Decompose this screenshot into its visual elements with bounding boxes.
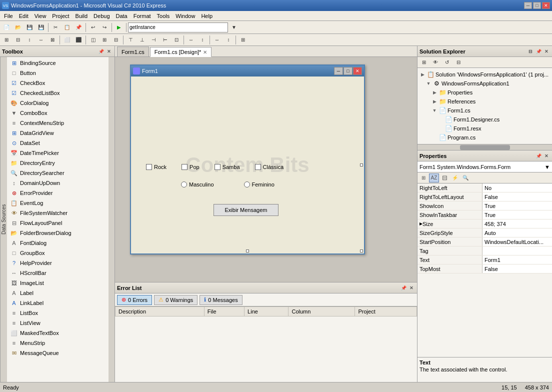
solution-scrollbar[interactable] xyxy=(418,144,552,150)
checkbox-classica[interactable]: Clássica xyxy=(255,164,284,170)
toolbox-item-linklabel[interactable]: ALinkLabel xyxy=(8,298,108,308)
toolbar2-btn3[interactable]: ↕ xyxy=(24,35,35,45)
checkbox-rock[interactable]: Rock xyxy=(146,164,166,170)
col-project[interactable]: Project xyxy=(355,307,417,316)
solution-scrollbar-thumb[interactable] xyxy=(460,145,510,150)
prop-row-size[interactable]: ▶ Size458; 374 xyxy=(418,220,552,228)
method-dropdown[interactable] xyxy=(128,22,228,32)
menu-tools[interactable]: Tools xyxy=(154,12,173,20)
prop-row-tag[interactable]: Tag xyxy=(418,246,552,256)
toolbox-item-listview[interactable]: ≡ListView xyxy=(8,318,108,328)
form-body[interactable]: Contem Bits Rock Pop xyxy=(131,76,364,254)
tree-item-4[interactable]: ▼📄Form1.cs xyxy=(420,106,550,115)
toolbar-new[interactable]: 📄 xyxy=(1,22,12,32)
toolbar2-btn5[interactable]: ⊠ xyxy=(47,35,58,45)
toolbox-item-fontdialog[interactable]: AFontDialog xyxy=(8,238,108,248)
toolbar2-btn18[interactable]: ↔ xyxy=(212,35,222,45)
props-search-btn[interactable]: 🔍 xyxy=(460,174,470,182)
menu-project[interactable]: Project xyxy=(49,12,72,20)
tree-item-5[interactable]: 📄Form1.Designer.cs xyxy=(420,115,550,124)
errors-button[interactable]: ⊛ 0 Errors xyxy=(117,295,152,305)
radio-feminino[interactable]: Feminino xyxy=(244,182,274,188)
prop-value-startposition[interactable]: WindowsDefaultLocati... xyxy=(482,238,552,246)
tree-expand-icon[interactable]: ▶ xyxy=(420,72,426,78)
toolbar2-btn10[interactable]: ⊟ xyxy=(110,35,122,45)
window-controls[interactable]: ─ □ ✕ xyxy=(524,2,550,9)
checkbox-samba[interactable]: Samba xyxy=(214,164,240,170)
form-window[interactable]: Form1 ─ □ ✕ Contem Bits xyxy=(130,64,365,254)
tree-item-0[interactable]: ▶📋Solution 'WindowsFormsApplication1' (1… xyxy=(420,70,550,79)
toolbar-undo[interactable]: ↩ xyxy=(88,22,98,32)
checkbox-pop-box[interactable] xyxy=(182,164,188,170)
menu-debug[interactable]: Debug xyxy=(90,12,112,20)
exibir-mensagem-button[interactable]: Exibir Mensagem xyxy=(214,204,278,216)
toolbar2-btn15[interactable]: ⊡ xyxy=(171,35,182,45)
props-alphabetical-btn[interactable]: AZ xyxy=(429,174,439,182)
design-canvas[interactable]: Form1 ─ □ ✕ Contem Bits xyxy=(120,62,412,277)
toolbox-item-combobox[interactable]: ▼ComboBox xyxy=(8,108,108,118)
data-sources-tab[interactable]: Data Sources xyxy=(0,57,7,382)
toolbox-item-maskedtextbox[interactable]: ⬜MaskedTextBox xyxy=(8,328,108,338)
toolbar2-btn9[interactable]: ⊞ xyxy=(99,35,110,45)
toolbox-item-button[interactable]: □Button xyxy=(8,68,108,78)
toolbox-item-directoryentry[interactable]: 📁DirectoryEntry xyxy=(8,158,108,168)
prop-value-text[interactable]: Form1 xyxy=(482,256,552,264)
tree-item-6[interactable]: 📄Form1.resx xyxy=(420,124,550,133)
toolbox-item-checkedlistbox[interactable]: ☑CheckedListBox xyxy=(8,88,108,98)
menu-window[interactable]: Window xyxy=(172,12,198,20)
toolbox-item-directorysearcher[interactable]: 🔍DirectorySearcher xyxy=(8,168,108,178)
sol-exp-collapse-all-btn[interactable]: ⊟ xyxy=(453,58,464,68)
prop-value-righttoleftlayout[interactable]: False xyxy=(482,192,552,201)
toolbar-open[interactable]: 📂 xyxy=(12,22,24,32)
toolbar-paste[interactable]: 📌 xyxy=(73,22,84,32)
prop-row-sizegripstyle[interactable]: SizeGripStyleAuto xyxy=(418,228,552,238)
props-categorized-btn[interactable]: ⊞ xyxy=(418,174,428,182)
toolbox-item-contextmenustrip[interactable]: ≡ContextMenuStrip xyxy=(8,118,108,128)
toolbox-item-colordialog[interactable]: 🎨ColorDialog xyxy=(8,98,108,108)
toolbox-item-domainupdown[interactable]: ↕DomainUpDown xyxy=(8,178,108,188)
toolbox-item-hscrollbar[interactable]: ↔HScrollBar xyxy=(8,268,108,278)
form-minimize-btn[interactable]: ─ xyxy=(334,67,343,75)
sol-exp-close-btn[interactable]: ✕ xyxy=(543,48,550,55)
toolbar2-btn16[interactable]: ↔ xyxy=(186,35,196,45)
col-column[interactable]: Column xyxy=(288,307,355,316)
menu-edit[interactable]: Edit xyxy=(16,12,32,20)
toolbox-item-menustrip[interactable]: ≡MenuStrip xyxy=(8,338,108,348)
checkbox-samba-box[interactable] xyxy=(214,164,220,170)
toolbox-item-flowlayoutpanel[interactable]: ⊟FlowLayoutPanel xyxy=(8,218,108,228)
menu-view[interactable]: View xyxy=(32,12,50,20)
radio-masculino[interactable]: Masculino xyxy=(181,182,214,188)
toolbox-item-errorprovider[interactable]: ⊛ErrorProvider xyxy=(8,188,108,198)
menu-data[interactable]: Data xyxy=(113,12,130,20)
toolbox-item-datagridview[interactable]: ⊞DataGridView xyxy=(8,128,108,138)
prop-value-sizegripstyle[interactable]: Auto xyxy=(482,228,552,237)
prop-row-showicon[interactable]: ShowIconTrue xyxy=(418,202,552,210)
toolbox-item-datetimepicker[interactable]: 📅DateTimePicker xyxy=(8,148,108,158)
menu-format[interactable]: Format xyxy=(130,12,154,20)
toolbar-saveall[interactable]: 💾 xyxy=(36,22,46,32)
tab-form1cs-design[interactable]: Form1.cs [Design]* ✕ xyxy=(150,47,212,57)
menu-file[interactable]: File xyxy=(1,12,16,20)
tree-item-2[interactable]: ▶📁Properties xyxy=(420,88,550,97)
messages-button[interactable]: ℹ 0 Messages xyxy=(200,295,242,305)
tree-expand-icon[interactable]: ▼ xyxy=(426,80,432,86)
toolbar2-btn1[interactable]: ⊞ xyxy=(1,35,12,45)
toolbar-start[interactable]: ▶ xyxy=(114,22,124,32)
toolbar2-btn11[interactable]: ⊤ xyxy=(125,35,136,45)
toolbar2-btn12[interactable]: ⊥ xyxy=(136,35,148,45)
properties-object-arrow[interactable]: ▼ xyxy=(544,164,550,170)
toolbox-item-filesystemwatcher[interactable]: 👁FileSystemWatcher xyxy=(8,208,108,218)
col-file[interactable]: File xyxy=(204,307,244,316)
toolbox-item-folderbrowserdialog[interactable]: 📂FolderBrowserDialog xyxy=(8,228,108,238)
checkbox-rock-box[interactable] xyxy=(146,164,152,170)
tree-item-3[interactable]: ▶📁References xyxy=(420,97,550,106)
checkbox-classica-box[interactable] xyxy=(255,164,261,170)
toolbox-item-bindingsource[interactable]: ⊞BindingSource xyxy=(8,58,108,68)
menu-help[interactable]: Help xyxy=(198,12,216,20)
col-line[interactable]: Line xyxy=(244,307,288,316)
minimize-button[interactable]: ─ xyxy=(524,2,532,9)
toolbar2-btn17[interactable]: ↕ xyxy=(197,35,208,45)
prop-value-righttoleft[interactable]: No xyxy=(482,184,552,192)
sol-exp-pin-btn[interactable]: 📌 xyxy=(535,48,542,55)
sol-exp-refresh-btn[interactable]: ↺ xyxy=(442,58,452,68)
